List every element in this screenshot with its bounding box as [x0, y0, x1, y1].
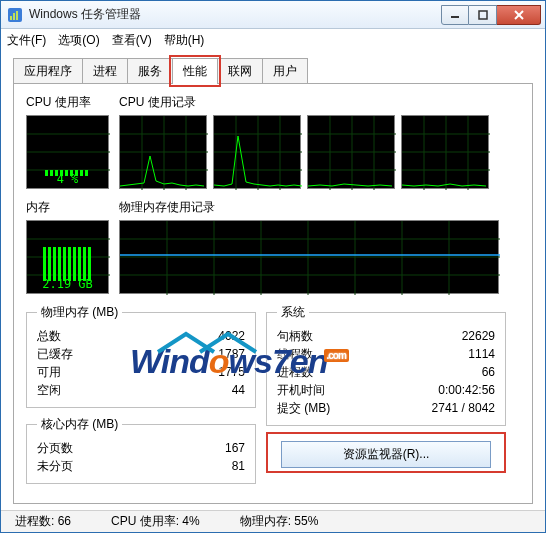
- physical-memory-legend: 物理内存 (MB): [37, 304, 122, 321]
- minimize-icon: [450, 10, 460, 20]
- menu-help[interactable]: 帮助(H): [164, 32, 205, 49]
- svg-rect-1: [10, 16, 12, 20]
- menu-file[interactable]: 文件(F): [7, 32, 46, 49]
- svg-rect-5: [479, 11, 487, 19]
- sys-threads-v: 1114: [468, 345, 495, 363]
- window-title: Windows 任务管理器: [29, 6, 441, 23]
- svg-rect-54: [78, 247, 81, 281]
- menubar: 文件(F) 选项(O) 查看(V) 帮助(H): [1, 29, 545, 51]
- sys-handles-k: 句柄数: [277, 327, 313, 345]
- sys-commit-k: 提交 (MB): [277, 399, 330, 417]
- cpu-gauge: 4 %: [26, 115, 109, 189]
- svg-rect-2: [13, 13, 15, 20]
- sys-procs-k: 进程数: [277, 363, 313, 381]
- svg-rect-51: [63, 247, 66, 281]
- kernel-memory-group: 核心内存 (MB) 分页数167 未分页81: [26, 416, 256, 484]
- cpu-history-core1: [213, 115, 301, 189]
- window-buttons: [441, 5, 541, 25]
- sys-procs-v: 66: [482, 363, 495, 381]
- maximize-icon: [478, 10, 488, 20]
- cpu-history-core3: [401, 115, 489, 189]
- svg-rect-55: [83, 247, 86, 281]
- tab-performance[interactable]: 性能: [172, 58, 218, 84]
- window: Windows 任务管理器 文件(F) 选项(O) 查看(V) 帮助(H) 应用…: [0, 0, 546, 533]
- km-paged-v: 167: [225, 439, 245, 457]
- cpu-usage-label: CPU 使用率: [26, 94, 109, 111]
- svg-rect-56: [88, 247, 91, 281]
- kernel-memory-legend: 核心内存 (MB): [37, 416, 122, 433]
- svg-rect-53: [73, 247, 76, 281]
- svg-rect-48: [48, 247, 51, 281]
- pm-free-v: 44: [232, 381, 245, 399]
- status-processes: 进程数: 66: [15, 513, 71, 530]
- mem-gauge: 2.19 GB: [26, 220, 109, 294]
- pm-avail-v: 1775: [218, 363, 245, 381]
- tab-processes[interactable]: 进程: [82, 58, 128, 84]
- svg-rect-49: [53, 247, 56, 281]
- pm-cached-v: 1787: [218, 345, 245, 363]
- resource-monitor-highlight: 资源监视器(R)...: [266, 432, 506, 473]
- physical-memory-group: 物理内存 (MB) 总数4022 已缓存1787 可用1775 空闲44: [26, 304, 256, 408]
- statusbar: 进程数: 66 CPU 使用率: 4% 物理内存: 55%: [1, 510, 545, 532]
- tab-applications[interactable]: 应用程序: [13, 58, 83, 84]
- tab-users[interactable]: 用户: [262, 58, 308, 84]
- tab-networking[interactable]: 联网: [217, 58, 263, 84]
- close-button[interactable]: [497, 5, 541, 25]
- mem-gauge-value: 2.19 GB: [27, 277, 108, 291]
- status-memory: 物理内存: 55%: [240, 513, 319, 530]
- sys-handles-v: 22629: [462, 327, 495, 345]
- km-nonpaged-v: 81: [232, 457, 245, 475]
- system-legend: 系统: [277, 304, 309, 321]
- cpu-history-graphs: [119, 115, 489, 189]
- status-cpu: CPU 使用率: 4%: [111, 513, 200, 530]
- cpu-history-label: CPU 使用记录: [119, 94, 489, 111]
- svg-rect-47: [43, 247, 46, 281]
- maximize-button[interactable]: [469, 5, 497, 25]
- sys-uptime-k: 开机时间: [277, 381, 325, 399]
- pm-cached-k: 已缓存: [37, 345, 73, 363]
- svg-rect-50: [58, 247, 61, 281]
- svg-rect-3: [16, 11, 18, 20]
- tabstrip: 应用程序 进程 服务 性能 联网 用户: [1, 51, 545, 83]
- pm-free-k: 空闲: [37, 381, 61, 399]
- resource-monitor-button[interactable]: 资源监视器(R)...: [281, 441, 491, 468]
- sys-uptime-v: 0:00:42:56: [438, 381, 495, 399]
- pm-total-k: 总数: [37, 327, 61, 345]
- system-group: 系统 句柄数22629 线程数1114 进程数66 开机时间0:00:42:56…: [266, 304, 506, 426]
- menu-options[interactable]: 选项(O): [58, 32, 99, 49]
- cpu-history-core0: [119, 115, 207, 189]
- km-paged-k: 分页数: [37, 439, 73, 457]
- cpu-history-core2: [307, 115, 395, 189]
- pm-total-v: 4022: [218, 327, 245, 345]
- pm-avail-k: 可用: [37, 363, 61, 381]
- tab-services[interactable]: 服务: [127, 58, 173, 84]
- sys-commit-v: 2741 / 8042: [432, 399, 495, 417]
- minimize-button[interactable]: [441, 5, 469, 25]
- mem-history-graph: [119, 220, 499, 294]
- svg-rect-52: [68, 247, 71, 281]
- app-icon: [7, 7, 23, 23]
- sys-threads-k: 线程数: [277, 345, 313, 363]
- km-nonpaged-k: 未分页: [37, 457, 73, 475]
- menu-view[interactable]: 查看(V): [112, 32, 152, 49]
- cpu-gauge-value: 4 %: [27, 172, 108, 186]
- mem-label: 内存: [26, 199, 109, 216]
- mem-history-label: 物理内存使用记录: [119, 199, 499, 216]
- titlebar[interactable]: Windows 任务管理器: [1, 1, 545, 29]
- close-icon: [513, 10, 525, 20]
- performance-panel: CPU 使用率 4 % CPU 使用记录: [13, 83, 533, 504]
